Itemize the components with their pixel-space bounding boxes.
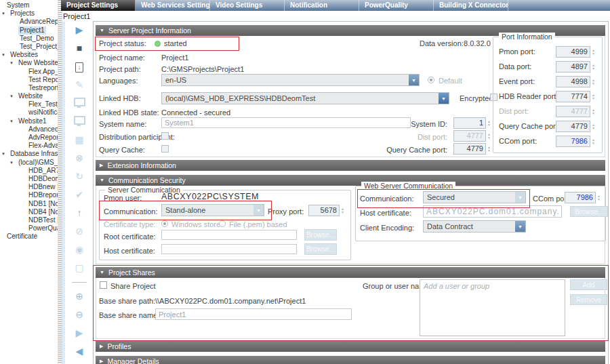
- query-cache-port-stepper[interactable]: 4779: [556, 121, 596, 132]
- languages-dropdown[interactable]: en-US: [161, 74, 420, 86]
- web-host-certificate-input[interactable]: [423, 205, 562, 218]
- system-id-stepper[interactable]: 1: [453, 117, 492, 129]
- collapse-arrow-icon[interactable]: [100, 25, 104, 36]
- web-host-certificate-browse-button[interactable]: Browse...: [570, 206, 608, 217]
- remove-user-button[interactable]: Remove: [570, 294, 607, 305]
- tree-item-powerqua[interactable]: PowerQua: [0, 224, 58, 232]
- tree-item-website[interactable]: ▼Website: [0, 92, 58, 100]
- tree-item-hdbdeom[interactable]: HDBDeom: [0, 175, 58, 183]
- tree-item-local-gms-h[interactable]: ▼(local)\GMS_H: [0, 159, 58, 167]
- tree-item-test-project-n[interactable]: Test_Project_N: [0, 43, 58, 51]
- tree-item-flex-test-p[interactable]: Flex_Test_p: [0, 100, 58, 108]
- tree-item-certificate[interactable]: Certificate: [0, 232, 58, 241]
- linked-hdb-dropdown[interactable]: (local)\GMS_HDB_EXPRESS\HDBDeomTest: [161, 92, 449, 104]
- system-name-input[interactable]: [161, 117, 411, 128]
- tab-notification[interactable]: Notification: [285, 0, 359, 11]
- tab-web-services-settings[interactable]: Web Services Settings: [136, 0, 210, 11]
- tree-item-project1[interactable]: Project1: [0, 26, 58, 35]
- dropdown-arrow-icon[interactable]: [253, 205, 264, 216]
- expander-icon[interactable]: ▼: [9, 59, 17, 67]
- tree-item-test-demo[interactable]: Test_Demo: [0, 35, 58, 43]
- client-encoding-dropdown[interactable]: Data Contract: [423, 220, 526, 232]
- tab-building-x-connector[interactable]: Building X Connector: [434, 0, 508, 11]
- section-header-project-shares[interactable]: Project Shares: [96, 267, 605, 278]
- add-circle-icon[interactable]: ⊕: [75, 291, 83, 302]
- collapse-arrow-icon[interactable]: [100, 356, 103, 364]
- tree-item-website1[interactable]: ▼Website1: [0, 117, 58, 125]
- group-user-names-input[interactable]: [420, 279, 565, 336]
- query-cache-checkbox[interactable]: [161, 145, 169, 153]
- tree-item-advreport[interactable]: AdvReport: [0, 134, 58, 142]
- host-certificate-browse-button[interactable]: Browse...: [304, 243, 337, 255]
- tree-splitter[interactable]: [58, 0, 62, 364]
- tree-item-projects[interactable]: ▼Projects: [0, 9, 58, 18]
- event-port-stepper[interactable]: 4998: [556, 76, 596, 87]
- tree-item-ndbtest-n[interactable]: NDBTest [N: [0, 216, 58, 224]
- collapse-arrow-icon[interactable]: [100, 160, 103, 171]
- collapse-arrow-icon[interactable]: [100, 267, 104, 278]
- expander-icon[interactable]: ▼: [9, 117, 17, 125]
- tab-project-settings[interactable]: Project Settings: [61, 0, 136, 11]
- project-tree[interactable]: System▼ProjectsAdvanceReporProject1Test_…: [0, 1, 58, 364]
- upload-icon[interactable]: ↑: [77, 207, 82, 219]
- section-header-extension-information[interactable]: Extension Information: [96, 160, 605, 171]
- tree-item-hdbnew-i[interactable]: HDBnew [I: [0, 183, 58, 191]
- default-language-radio[interactable]: [428, 77, 434, 83]
- run-icon[interactable]: ▶: [76, 24, 83, 36]
- root-certificate-input[interactable]: [161, 230, 297, 240]
- collapse-arrow-icon[interactable]: [100, 341, 103, 352]
- stop-icon[interactable]: ■: [77, 43, 82, 54]
- base-share-name-input[interactable]: [155, 308, 352, 320]
- section-header-communication-security[interactable]: Communication Security: [96, 175, 605, 186]
- tree-item-advancedi[interactable]: AdvancedI: [0, 125, 58, 134]
- tree-item-database-infrastru[interactable]: ▼Database Infrastru: [0, 150, 58, 158]
- tree-item-flex-advan[interactable]: Flex-Advan: [0, 142, 58, 150]
- dropdown-arrow-icon[interactable]: [515, 221, 525, 232]
- query-cache-port-stepper[interactable]: 4779: [453, 143, 492, 155]
- hdb-reader-port-stepper[interactable]: 7774: [556, 91, 596, 102]
- tree-item-system[interactable]: System: [0, 1, 58, 9]
- host-certificate-input[interactable]: [161, 244, 297, 254]
- expander-icon[interactable]: ▼: [1, 9, 9, 18]
- expander-icon[interactable]: ▼: [1, 150, 9, 158]
- tree-item-testreport[interactable]: Testreport:: [0, 84, 58, 92]
- tree-item-new-website[interactable]: ▼New Website: [0, 59, 58, 67]
- tree-item-hdb-ar7[interactable]: HDB_AR7 [: [0, 167, 58, 175]
- section-header-profiles[interactable]: Profiles: [96, 341, 605, 352]
- ccom-port-stepper[interactable]: 7986: [556, 136, 596, 147]
- ccom-port-stepper[interactable]: 7986: [565, 192, 602, 203]
- expander-icon[interactable]: ▼: [1, 51, 9, 59]
- data-port-stepper[interactable]: 4897: [556, 61, 596, 73]
- expander-icon[interactable]: ▼: [9, 92, 17, 100]
- server-communication-dropdown[interactable]: Stand-alone: [161, 204, 264, 216]
- dropdown-arrow-icon[interactable]: [439, 93, 449, 104]
- tree-item-test-repor[interactable]: Test Repor: [0, 76, 58, 84]
- tree-item-wsinotifica[interactable]: wsiNotifica: [0, 108, 58, 117]
- dropdown-arrow-icon[interactable]: [409, 75, 419, 85]
- collapse-arrow-icon[interactable]: [100, 175, 104, 186]
- tree-item-hdbreport[interactable]: HDBreport: [0, 191, 58, 199]
- root-certificate-browse-button[interactable]: Browse...: [304, 229, 337, 241]
- tree-item-advancerepor[interactable]: AdvanceRepor: [0, 18, 58, 26]
- pmon-port-stepper[interactable]: 4999: [556, 46, 596, 58]
- forward-icon[interactable]: ▶: [76, 327, 83, 339]
- distribution-participant-checkbox[interactable]: [161, 132, 169, 140]
- tab-powerquality[interactable]: PowerQuality: [359, 0, 434, 11]
- tree-item-flex-app-1[interactable]: Flex App_1: [0, 68, 58, 76]
- share-project-checkbox[interactable]: [100, 281, 107, 289]
- section-header-manager-details[interactable]: Manager Details: [96, 356, 605, 364]
- back-icon[interactable]: ◀: [76, 346, 83, 357]
- tree-item-ndb1-no[interactable]: NDB1 [No: [0, 200, 58, 208]
- tree-item-ndb4-no[interactable]: NDB4 [No: [0, 208, 58, 216]
- tree-item-websites[interactable]: ▼Websites: [0, 51, 58, 59]
- windows-store-radio[interactable]: [161, 220, 168, 227]
- expander-icon[interactable]: ▼: [9, 159, 17, 167]
- proxy-port-stepper[interactable]: 5678: [308, 205, 346, 216]
- remove-circle-icon[interactable]: ⊖: [75, 309, 83, 321]
- file-pem-radio[interactable]: [219, 220, 226, 227]
- export-project-icon[interactable]: ↓: [75, 61, 83, 73]
- dropdown-arrow-icon[interactable]: [515, 192, 525, 203]
- add-user-button[interactable]: Add: [570, 279, 607, 290]
- web-communication-dropdown[interactable]: Secured: [423, 191, 526, 203]
- tab-video-settings[interactable]: Video Settings: [210, 0, 285, 11]
